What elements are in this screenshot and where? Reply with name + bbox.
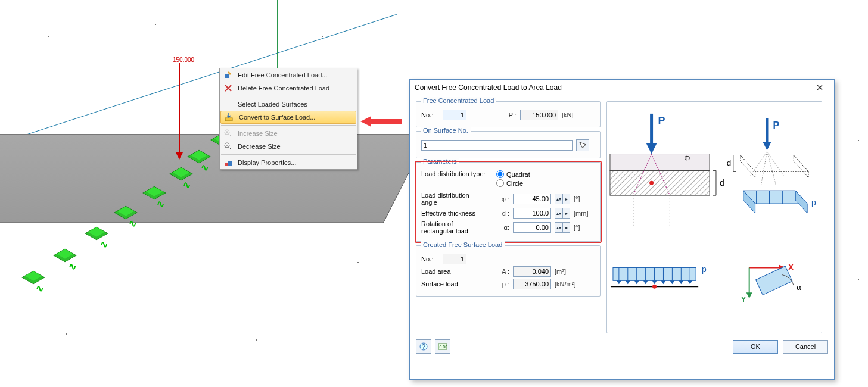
svg-text:Φ: Φ — [684, 154, 690, 163]
input-load-no[interactable] — [443, 110, 466, 120]
load-value-label: 150.000 — [173, 57, 194, 63]
dialog-titlebar[interactable]: Convert Free Concentrated Load to Area L… — [410, 80, 834, 95]
input-thickness[interactable] — [513, 208, 551, 219]
group-legend: Created Free Surface Load — [421, 241, 505, 248]
blank-icon — [222, 99, 234, 110]
menu-item-label: Increase Size — [238, 130, 278, 137]
menu-item-label: Delete Free Concentrated Load — [238, 85, 329, 92]
radio-label: Quadrat — [506, 171, 530, 178]
callout-arrow — [360, 116, 402, 127]
svg-marker-41 — [661, 280, 665, 284]
svg-marker-43 — [679, 280, 683, 284]
grid-dot — [858, 279, 859, 280]
svg-text:?: ? — [422, 344, 425, 350]
label-angle: Load distribution angle — [421, 192, 493, 206]
surface-slab[interactable] — [0, 134, 429, 223]
input-created-no — [443, 254, 466, 264]
diagram-label-p2: P — [773, 120, 779, 130]
picker-icon — [578, 141, 587, 149]
unit-mm: [mm] — [574, 210, 588, 217]
close-icon — [817, 85, 823, 90]
label-distribution-type: Load distribution type: — [421, 170, 493, 177]
input-surface-load — [513, 279, 551, 289]
menu-decrease-size[interactable]: Decrease Size — [220, 140, 357, 153]
symbol-a: A : — [496, 268, 509, 275]
close-button[interactable] — [809, 82, 830, 93]
menu-item-label: Convert to Surface Load... — [239, 114, 315, 121]
radio-quadrat[interactable]: Quadrat — [496, 170, 530, 178]
spinner-thickness[interactable]: ▴▾▸ — [555, 208, 570, 219]
svg-rect-51 — [756, 266, 792, 295]
input-angle[interactable] — [513, 194, 551, 204]
svg-rect-5 — [228, 161, 232, 166]
symbol-p: p : — [496, 280, 509, 288]
svg-point-46 — [652, 285, 657, 289]
unit-m2: [m²] — [555, 268, 566, 275]
menu-item-label: Select Loaded Surfaces — [238, 101, 307, 108]
symbol-alpha: α: — [496, 224, 509, 231]
group-free-concentrated-load: Free Concentrated Load No.: P : [kN] — [416, 101, 601, 127]
grid-dot — [322, 36, 323, 37]
svg-rect-1 — [225, 118, 232, 121]
unit-deg: [°] — [574, 195, 580, 202]
diagram-panel: P Φ d — [606, 101, 822, 333]
unit-deg: [°] — [574, 224, 580, 231]
svg-rect-4 — [225, 163, 228, 166]
menu-increase-size: Increase Size — [220, 127, 357, 140]
radio-quadrat-input[interactable] — [496, 170, 504, 178]
menu-item-label: Edit Free Concentrated Load... — [238, 71, 327, 79]
diagram-label-d1: d — [720, 178, 724, 188]
dialog-title: Convert Free Concentrated Load to Area L… — [415, 83, 562, 92]
ok-button[interactable]: OK — [733, 340, 778, 354]
menu-edit-load[interactable]: Edit Free Concentrated Load... — [220, 68, 357, 82]
input-rotation[interactable] — [513, 222, 551, 233]
input-area — [513, 266, 551, 277]
input-surface-no[interactable] — [421, 140, 573, 151]
label-thickness: Effective thickness — [421, 210, 493, 217]
group-on-surface: On Surface No. — [416, 131, 601, 158]
diagram-svg: P Φ d — [607, 102, 822, 333]
convert-load-dialog: Convert Free Concentrated Load to Area L… — [409, 79, 835, 380]
svg-marker-19 — [794, 155, 808, 178]
group-legend: On Surface No. — [421, 127, 471, 134]
input-load-p — [520, 110, 558, 120]
radio-circle[interactable]: Circle — [496, 179, 530, 187]
diagram-label-y: Y — [741, 295, 746, 304]
radio-circle-input[interactable] — [496, 179, 504, 187]
radio-label: Circle — [506, 180, 523, 187]
svg-marker-39 — [643, 280, 648, 284]
zoom-out-icon — [222, 141, 234, 152]
spinner-rotation[interactable]: ▴▾▸ — [555, 222, 570, 233]
svg-marker-16 — [763, 142, 771, 151]
symbol-d: d : — [496, 210, 509, 217]
pick-surface-button[interactable] — [576, 139, 589, 151]
menu-convert-to-surface-load[interactable]: Convert to Surface Load... — [220, 111, 356, 124]
diagram-label-psmall2: p — [811, 198, 816, 207]
group-legend: Free Concentrated Load — [421, 97, 496, 104]
help-button[interactable]: ? — [416, 339, 431, 354]
support-node — [85, 227, 108, 241]
menu-display-properties[interactable]: Display Properties... — [220, 156, 357, 169]
menu-delete-load[interactable]: Delete Free Concentrated Load — [220, 82, 357, 95]
svg-marker-7 — [646, 143, 657, 154]
svg-marker-37 — [626, 280, 630, 284]
spring-icon: ∿ — [100, 239, 112, 251]
spring-icon: ∿ — [36, 283, 48, 295]
concentrated-load-arrow[interactable] — [176, 63, 183, 160]
menu-select-surfaces[interactable]: Select Loaded Surfaces — [220, 98, 357, 111]
grid-dot — [48, 36, 49, 37]
svg-marker-40 — [652, 280, 657, 284]
unit-knm2: [kN/m²] — [555, 280, 575, 288]
svg-marker-36 — [617, 280, 621, 284]
delete-icon — [222, 83, 234, 93]
units-button[interactable]: 0.00 — [435, 339, 450, 354]
svg-marker-38 — [634, 280, 639, 284]
spring-icon: ∿ — [129, 218, 141, 230]
grid-dot — [256, 339, 257, 341]
menu-separator — [221, 96, 356, 96]
help-icon: ? — [419, 342, 428, 351]
properties-icon — [222, 157, 234, 168]
cancel-button[interactable]: Cancel — [783, 340, 828, 354]
spinner-angle[interactable]: ▴▾▸ — [555, 194, 570, 204]
support-node — [53, 249, 77, 263]
